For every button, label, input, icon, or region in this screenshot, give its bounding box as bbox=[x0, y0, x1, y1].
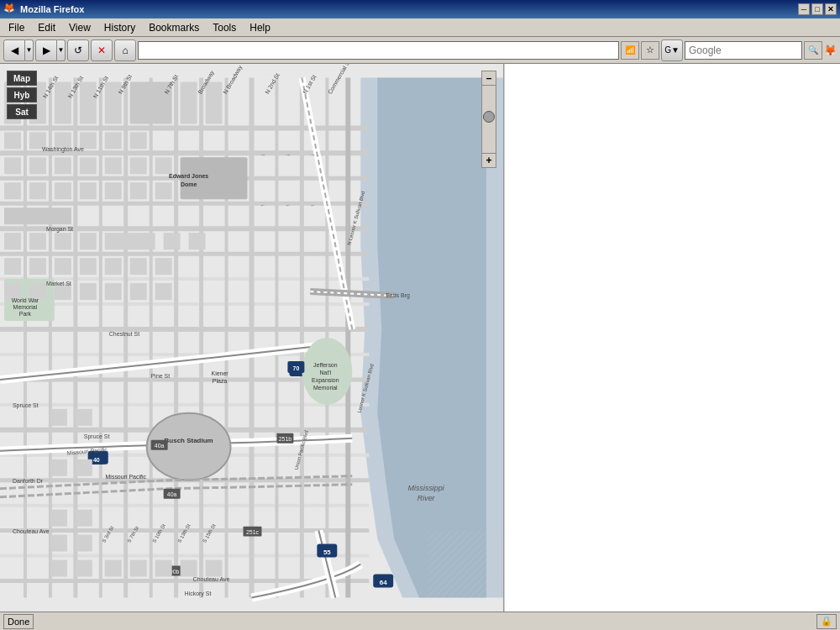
refresh-button[interactable]: ↺ bbox=[67, 39, 89, 61]
zoom-slider-track[interactable] bbox=[481, 86, 496, 153]
svg-text:Jefferson: Jefferson bbox=[313, 362, 338, 368]
svg-text:→: → bbox=[260, 152, 265, 158]
map-svg: 70 40 64 55 bbox=[0, 64, 503, 612]
maximize-button[interactable]: □ bbox=[811, 3, 823, 15]
svg-text:Chestnut St: Chestnut St bbox=[109, 331, 139, 337]
svg-rect-60 bbox=[55, 182, 71, 199]
status-text: Done bbox=[3, 614, 34, 629]
svg-text:Busch Stadium: Busch Stadium bbox=[165, 437, 213, 444]
window-title: Mozilla Firefox bbox=[20, 4, 798, 14]
svg-text:World War: World War bbox=[12, 297, 39, 303]
svg-text:Expansion: Expansion bbox=[312, 377, 339, 384]
map-type-map-button[interactable]: Map bbox=[7, 71, 37, 86]
svg-rect-93 bbox=[130, 258, 147, 275]
svg-text:251b: 251b bbox=[279, 436, 292, 442]
svg-text:River: River bbox=[417, 494, 436, 502]
svg-text:40a: 40a bbox=[155, 443, 165, 449]
svg-rect-179 bbox=[76, 535, 92, 552]
stop-button[interactable]: ✕ bbox=[91, 39, 113, 61]
search-input[interactable] bbox=[685, 41, 802, 60]
url-input[interactable] bbox=[138, 41, 619, 60]
menu-view[interactable]: View bbox=[62, 20, 97, 35]
svg-rect-49 bbox=[105, 132, 122, 149]
svg-rect-88 bbox=[4, 258, 21, 275]
map-type-satellite-button[interactable]: Sat bbox=[7, 104, 37, 119]
title-bar: 🦊 Mozilla Firefox ─ □ ✕ bbox=[0, 0, 840, 18]
svg-rect-45 bbox=[4, 132, 21, 149]
svg-rect-172 bbox=[50, 409, 67, 426]
svg-rect-39 bbox=[80, 82, 97, 124]
svg-text:Chouteau Ave: Chouteau Ave bbox=[13, 528, 50, 534]
home-button[interactable]: ⌂ bbox=[114, 39, 136, 61]
back-button[interactable]: ◀ bbox=[3, 39, 25, 61]
zoom-minus-button[interactable]: – bbox=[481, 71, 496, 86]
svg-rect-177 bbox=[76, 510, 92, 527]
svg-rect-69 bbox=[80, 233, 97, 249]
svg-rect-68 bbox=[55, 233, 71, 249]
svg-rect-182 bbox=[105, 560, 122, 577]
svg-rect-175 bbox=[76, 459, 92, 476]
firefox-logo: 🦊 bbox=[824, 45, 837, 56]
svg-rect-70 bbox=[105, 233, 155, 249]
forward-button[interactable]: ▶ bbox=[35, 39, 57, 61]
svg-rect-174 bbox=[50, 459, 67, 476]
svg-text:Dome: Dome bbox=[181, 181, 197, 187]
svg-rect-89 bbox=[29, 258, 46, 275]
svg-rect-181 bbox=[76, 560, 92, 577]
svg-text:40: 40 bbox=[93, 457, 100, 463]
svg-rect-61 bbox=[80, 182, 97, 199]
search-go-button[interactable]: 🔍 bbox=[804, 41, 822, 60]
svg-text:64: 64 bbox=[380, 579, 387, 586]
svg-rect-57 bbox=[155, 157, 172, 174]
svg-text:40a: 40a bbox=[167, 491, 177, 497]
svg-text:Kiener: Kiener bbox=[211, 370, 228, 376]
svg-rect-185 bbox=[181, 560, 197, 577]
svg-rect-64 bbox=[155, 182, 172, 199]
menu-history[interactable]: History bbox=[97, 20, 142, 35]
menu-tools[interactable]: Tools bbox=[206, 20, 243, 35]
svg-rect-42 bbox=[181, 82, 197, 124]
forward-dropdown[interactable]: ▼ bbox=[57, 39, 66, 61]
svg-rect-178 bbox=[50, 535, 67, 552]
svg-marker-2 bbox=[377, 78, 486, 598]
firefox-icon: 🦊 bbox=[3, 3, 17, 16]
svg-rect-38 bbox=[55, 82, 71, 124]
map-type-hybrid-button[interactable]: Hyb bbox=[7, 87, 37, 102]
svg-text:Morgan St: Morgan St bbox=[46, 226, 73, 233]
svg-rect-98 bbox=[80, 283, 97, 300]
menu-file[interactable]: File bbox=[2, 20, 31, 35]
svg-rect-173 bbox=[76, 409, 92, 426]
svg-rect-186 bbox=[206, 560, 223, 577]
menu-bookmarks[interactable]: Bookmarks bbox=[142, 20, 206, 35]
svg-rect-72 bbox=[189, 233, 206, 249]
svg-rect-54 bbox=[80, 157, 97, 174]
svg-rect-99 bbox=[105, 283, 122, 300]
zoom-slider-thumb[interactable] bbox=[483, 111, 495, 123]
menu-edit[interactable]: Edit bbox=[31, 20, 62, 35]
svg-text:Eads Brg: Eads Brg bbox=[386, 292, 410, 299]
minimize-button[interactable]: ─ bbox=[798, 3, 810, 15]
zoom-plus-button[interactable]: + bbox=[481, 153, 496, 168]
bookmark-star-icon[interactable]: ☆ bbox=[641, 41, 659, 60]
svg-rect-62 bbox=[105, 182, 122, 199]
main-content: 70 40 64 55 bbox=[0, 64, 840, 612]
svg-rect-59 bbox=[29, 182, 46, 199]
svg-rect-183 bbox=[130, 560, 147, 577]
map-area[interactable]: 70 40 64 55 bbox=[0, 64, 504, 612]
back-dropdown[interactable]: ▼ bbox=[25, 39, 34, 61]
svg-text:Market St: Market St bbox=[46, 281, 71, 286]
menu-help[interactable]: Help bbox=[243, 20, 277, 35]
svg-text:Chouteau Ave: Chouteau Ave bbox=[193, 576, 230, 582]
svg-text:Nat'l: Nat'l bbox=[319, 370, 331, 375]
svg-text:70: 70 bbox=[293, 365, 300, 371]
svg-text:Spruce St: Spruce St bbox=[13, 402, 39, 409]
svg-text:S Tucker Blvd: S Tucker Blvd bbox=[0, 423, 1, 459]
svg-text:→: → bbox=[285, 152, 291, 158]
svg-text:Washington Ave: Washington Ave bbox=[42, 146, 84, 153]
rss-icon[interactable]: 📶 bbox=[621, 41, 639, 60]
svg-rect-58 bbox=[4, 182, 21, 199]
zoom-controls: – + bbox=[481, 71, 496, 168]
svg-text:Mississippi: Mississippi bbox=[407, 484, 444, 492]
close-button[interactable]: ✕ bbox=[825, 3, 837, 15]
search-engine-button[interactable]: G▼ bbox=[661, 39, 683, 61]
